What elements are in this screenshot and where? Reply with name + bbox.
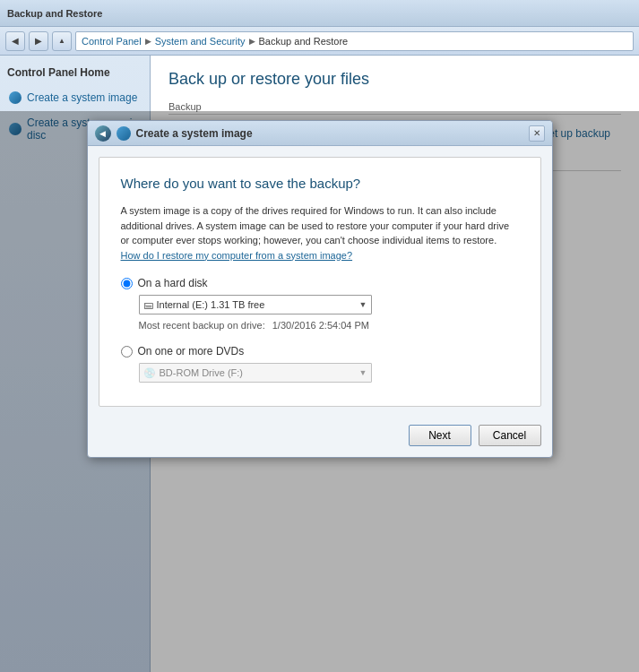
back-button[interactable]: ◀: [5, 31, 25, 51]
modal-body: Where do you want to save the backup? A …: [99, 157, 541, 407]
breadcrumb-item-3: Backup and Restore: [259, 36, 349, 47]
modal-back-icon: ◀: [95, 125, 111, 142]
forward-button[interactable]: ▶: [29, 31, 48, 51]
hdd-icon: 🖴: [143, 299, 153, 310]
dvd-radio[interactable]: [121, 346, 133, 358]
title-bar: Backup and Restore: [0, 0, 639, 27]
next-button[interactable]: Next: [409, 425, 471, 446]
sidebar-title: Control Panel Home: [7, 66, 142, 79]
dvd-icon: 💿: [143, 367, 156, 379]
breadcrumb-sep-2: ▶: [249, 37, 255, 46]
modal-footer: Next Cancel: [88, 418, 552, 457]
breadcrumb-item-2[interactable]: System and Security: [155, 36, 246, 47]
modal-close-button[interactable]: ✕: [529, 125, 545, 142]
learn-more-link[interactable]: How do I restore my computer from a syst…: [121, 250, 353, 261]
create-system-image-modal: ◀ Create a system image ✕ Where do you w…: [87, 120, 553, 458]
sidebar-item-create-system-image[interactable]: Create a system image: [7, 88, 142, 108]
dvd-radio-option[interactable]: On one or more DVDs: [121, 345, 519, 358]
system-image-icon: [9, 91, 22, 104]
breadcrumb: Control Panel ▶ System and Security ▶ Ba…: [75, 31, 634, 51]
dvd-label: On one or more DVDs: [138, 345, 245, 358]
backup-info: Most recent backup on drive: 1/30/2016 2…: [139, 320, 519, 331]
backup-info-label: Most recent backup on drive:: [139, 320, 265, 331]
dvd-value: BD-ROM Drive (F:): [160, 367, 244, 378]
backup-info-value: 1/30/2016 2:54:04 PM: [272, 320, 369, 331]
sidebar-item-label-1: Create a system image: [27, 91, 137, 104]
modal-title-icon: [117, 126, 131, 141]
modal-title-text: Create a system image: [136, 127, 253, 140]
hard-disk-option-section: On a hard disk 🖴 Internal (E:) 1.31 TB f…: [121, 277, 519, 331]
hard-disk-dropdown-container: 🖴 Internal (E:) 1.31 TB free ▼: [139, 295, 519, 314]
address-bar: ◀ ▶ ▲ Control Panel ▶ System and Securit…: [0, 27, 639, 56]
dvd-dropdown-text: 💿 BD-ROM Drive (F:): [143, 367, 244, 379]
hard-disk-label: On a hard disk: [138, 277, 208, 289]
hard-disk-dropdown-text: 🖴 Internal (E:) 1.31 TB free: [143, 299, 265, 310]
up-button[interactable]: ▲: [52, 31, 72, 51]
main-layout: Control Panel Home Create a system image…: [0, 56, 639, 672]
hard-disk-dropdown[interactable]: 🖴 Internal (E:) 1.31 TB free ▼: [139, 295, 372, 314]
dvd-option-section: On one or more DVDs 💿 BD-ROM Drive (F:) …: [121, 345, 519, 383]
hard-disk-radio[interactable]: [121, 278, 133, 289]
modal-title-left: ◀ Create a system image: [95, 125, 253, 142]
dvd-dropdown-container: 💿 BD-ROM Drive (F:) ▼: [139, 363, 519, 383]
title-bar-text: Backup and Restore: [7, 8, 102, 19]
breadcrumb-sep-1: ▶: [145, 37, 151, 46]
hard-disk-dropdown-arrow: ▼: [359, 300, 367, 309]
hard-disk-value: Internal (E:) 1.31 TB free: [157, 299, 265, 310]
breadcrumb-item-1[interactable]: Control Panel: [82, 36, 142, 47]
dvd-dropdown-arrow: ▼: [359, 368, 367, 377]
modal-description-text: A system image is a copy of the drives r…: [121, 205, 510, 246]
hard-disk-radio-option[interactable]: On a hard disk: [121, 277, 519, 289]
page-title: Back up or restore your files: [168, 70, 621, 89]
modal-description: A system image is a copy of the drives r…: [121, 203, 519, 263]
modal-titlebar: ◀ Create a system image ✕: [88, 121, 552, 146]
dvd-dropdown[interactable]: 💿 BD-ROM Drive (F:) ▼: [139, 363, 372, 383]
modal-question: Where do you want to save the backup?: [121, 176, 519, 191]
modal-overlay: ◀ Create a system image ✕ Where do you w…: [0, 111, 639, 672]
cancel-button[interactable]: Cancel: [479, 425, 541, 446]
